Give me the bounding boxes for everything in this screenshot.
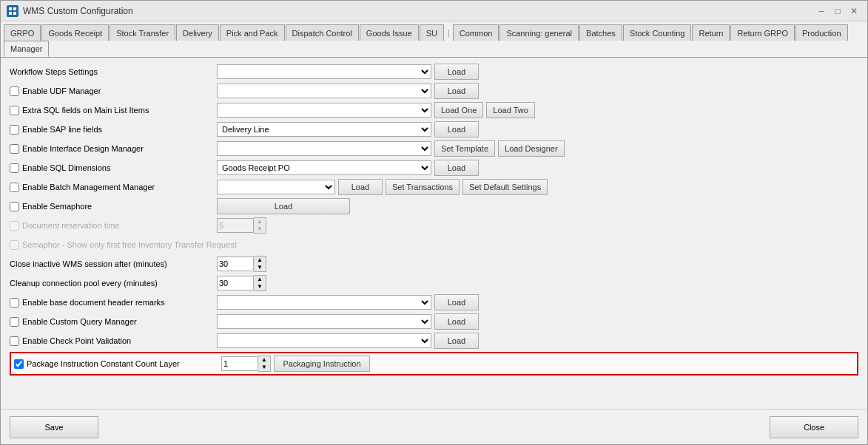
minimize-button[interactable]: – bbox=[814, 5, 829, 17]
close-inactive-up[interactable]: ▲ bbox=[254, 257, 266, 264]
document-reservation-up[interactable]: ▲ bbox=[254, 218, 266, 225]
close-window-button[interactable]: ✕ bbox=[847, 5, 861, 17]
cleanup-connection-spinner: ▲ ▼ bbox=[217, 275, 266, 291]
tab-production[interactable]: Production bbox=[795, 24, 848, 41]
enable-udf-manager-load-button[interactable]: Load bbox=[434, 83, 479, 99]
enable-udf-manager-label: Enable UDF Manager bbox=[10, 86, 217, 96]
extra-sql-load-one-button[interactable]: Load One bbox=[434, 102, 483, 118]
package-instruction-highlighted: Package Instruction Constant Count Layer… bbox=[10, 352, 858, 376]
extra-sql-fields-checkbox[interactable] bbox=[10, 106, 19, 115]
package-instruction-input[interactable] bbox=[221, 356, 258, 371]
cleanup-connection-input[interactable] bbox=[217, 276, 254, 291]
enable-check-point-checkbox[interactable] bbox=[10, 336, 19, 346]
enable-interface-design-checkbox[interactable] bbox=[10, 144, 19, 154]
enable-sql-dimensions-combo[interactable]: Goods Receipt PO bbox=[217, 160, 431, 175]
svg-rect-2 bbox=[9, 12, 12, 15]
enable-udf-manager-checkbox[interactable] bbox=[10, 86, 19, 96]
extra-sql-load-two-button[interactable]: Load Two bbox=[486, 102, 535, 118]
window-title: WMS Custom Configuration bbox=[23, 6, 814, 16]
document-reservation-controls: ▲ ▼ bbox=[217, 217, 858, 234]
enable-batch-management-controls: Load Set Transactions Set Default Settin… bbox=[217, 179, 858, 195]
maximize-button[interactable]: □ bbox=[830, 5, 845, 17]
package-instruction-down[interactable]: ▼ bbox=[258, 364, 270, 371]
tab-common[interactable]: Common bbox=[453, 24, 499, 41]
workflow-steps-label: Workflow Steps Settings bbox=[10, 67, 217, 76]
enable-batch-management-checkbox[interactable] bbox=[10, 183, 19, 192]
extra-sql-fields-combo[interactable] bbox=[217, 103, 431, 118]
semaphore-show-checkbox[interactable] bbox=[10, 240, 19, 250]
tab-su[interactable]: SU bbox=[420, 24, 444, 41]
document-reservation-input[interactable] bbox=[217, 218, 254, 233]
save-button[interactable]: Save bbox=[10, 416, 98, 438]
enable-interface-design-combo[interactable] bbox=[217, 141, 431, 156]
enable-base-doc-load-button[interactable]: Load bbox=[434, 294, 479, 310]
enable-custom-query-label: Enable Custom Query Manager bbox=[10, 317, 217, 327]
tab-scanning-general[interactable]: Scanning: general bbox=[499, 24, 579, 41]
enable-check-point-controls: Load bbox=[217, 333, 858, 349]
svg-rect-0 bbox=[9, 7, 12, 10]
workflow-steps-load-button[interactable]: Load bbox=[434, 64, 479, 80]
package-instruction-checkbox[interactable] bbox=[14, 359, 24, 369]
enable-sap-line-combo[interactable]: Delivery Line bbox=[217, 122, 431, 137]
enable-semaphore-checkbox[interactable] bbox=[10, 202, 19, 211]
enable-check-point-row: Enable Check Point Validation Load bbox=[10, 333, 858, 349]
tab-goods-receipt[interactable]: Goods Receipt bbox=[41, 24, 109, 41]
extra-sql-fields-label: Extra SQL fields on Main List Items bbox=[10, 106, 217, 115]
set-default-settings-button[interactable]: Set Default Settings bbox=[462, 179, 548, 195]
load-designer-button[interactable]: Load Designer bbox=[498, 140, 565, 157]
workflow-steps-combo[interactable] bbox=[217, 64, 431, 79]
tab-return[interactable]: Return bbox=[692, 24, 730, 41]
enable-sap-line-controls: Delivery Line Load bbox=[217, 121, 858, 137]
enable-sap-line-label: Enable SAP line fields bbox=[10, 125, 217, 135]
tab-stock-transfer[interactable]: Stock Transfer bbox=[110, 24, 175, 41]
tab-batches[interactable]: Batches bbox=[579, 24, 622, 41]
enable-check-point-load-button[interactable]: Load bbox=[434, 333, 479, 349]
package-instruction-up[interactable]: ▲ bbox=[258, 356, 270, 364]
extra-sql-fields-controls: Load One Load Two bbox=[217, 102, 858, 118]
enable-batch-management-combo[interactable] bbox=[217, 180, 335, 194]
cleanup-connection-down[interactable]: ▼ bbox=[254, 283, 266, 291]
enable-base-doc-combo[interactable] bbox=[217, 295, 431, 310]
enable-base-doc-label: Enable base document header remarks bbox=[10, 298, 217, 308]
enable-sap-line-checkbox[interactable] bbox=[10, 125, 19, 135]
enable-sql-dimensions-load-button[interactable]: Load bbox=[434, 160, 479, 176]
set-template-button[interactable]: Set Template bbox=[434, 140, 495, 157]
tab-return-grpo[interactable]: Return GRPO bbox=[730, 24, 794, 41]
set-transactions-button[interactable]: Set Transactions bbox=[386, 179, 460, 195]
tab-goods-issue[interactable]: Goods Issue bbox=[360, 24, 419, 41]
app-icon bbox=[7, 5, 18, 17]
close-button[interactable]: Close bbox=[770, 416, 858, 438]
content-area: Workflow Steps Settings Load Enable UDF … bbox=[1, 58, 867, 409]
tab-grpo[interactable]: GRPO bbox=[4, 24, 41, 41]
enable-batch-management-load-button[interactable]: Load bbox=[338, 179, 383, 195]
enable-udf-manager-controls: Load bbox=[217, 83, 858, 99]
enable-custom-query-row: Enable Custom Query Manager Load bbox=[10, 313, 858, 330]
tab-dispatch-control[interactable]: Dispatch Control bbox=[286, 24, 359, 41]
close-inactive-spinner: ▲ ▼ bbox=[217, 256, 266, 272]
enable-udf-manager-combo[interactable] bbox=[217, 84, 431, 98]
enable-interface-design-row: Enable Interface Design Manager Set Temp… bbox=[10, 140, 858, 157]
close-inactive-row: Close inactive WMS session after (minute… bbox=[10, 256, 858, 272]
close-inactive-input[interactable] bbox=[217, 257, 254, 271]
cleanup-connection-up[interactable]: ▲ bbox=[254, 276, 266, 283]
packaging-instruction-button[interactable]: Packaging Instruction bbox=[274, 356, 370, 372]
enable-semaphore-load-button[interactable]: Load bbox=[217, 198, 350, 214]
enable-check-point-combo[interactable] bbox=[217, 333, 431, 348]
close-inactive-down[interactable]: ▼ bbox=[254, 264, 266, 271]
enable-custom-query-combo[interactable] bbox=[217, 314, 431, 329]
cleanup-connection-row: Cleanup connection pool every (minutes) … bbox=[10, 275, 858, 291]
document-reservation-checkbox[interactable] bbox=[10, 221, 19, 231]
main-window: WMS Custom Configuration – □ ✕ GRPO Good… bbox=[0, 0, 868, 445]
enable-base-doc-checkbox[interactable] bbox=[10, 298, 19, 308]
tab-manager[interactable]: Manager bbox=[4, 41, 49, 57]
enable-custom-query-load-button[interactable]: Load bbox=[434, 313, 479, 330]
tab-pick-and-pack[interactable]: Pick and Pack bbox=[220, 24, 285, 41]
enable-custom-query-checkbox[interactable] bbox=[10, 317, 19, 327]
enable-sap-line-load-button[interactable]: Load bbox=[434, 121, 479, 137]
enable-sql-dimensions-checkbox[interactable] bbox=[10, 163, 19, 173]
enable-base-doc-controls: Load bbox=[217, 294, 858, 310]
package-instruction-label: Package Instruction Constant Count Layer bbox=[14, 359, 221, 369]
document-reservation-down[interactable]: ▼ bbox=[254, 225, 266, 233]
tab-stock-counting[interactable]: Stock Counting bbox=[623, 24, 692, 41]
tab-delivery[interactable]: Delivery bbox=[176, 24, 219, 41]
